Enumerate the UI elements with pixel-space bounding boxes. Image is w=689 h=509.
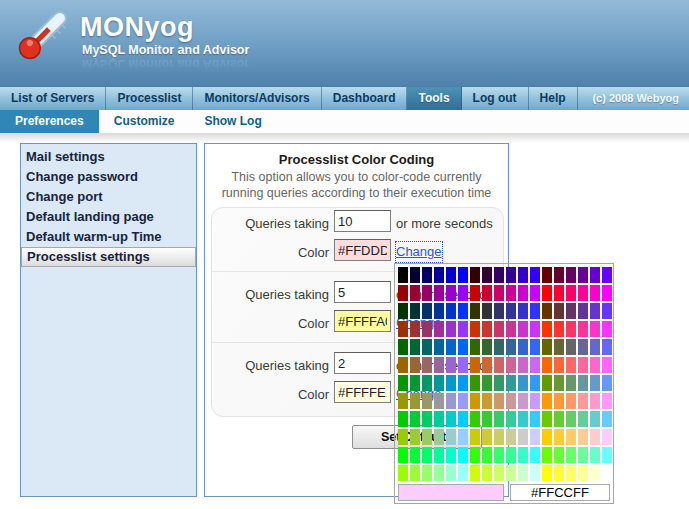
palette-color-swatch[interactable] [434, 375, 444, 391]
palette-color-swatch[interactable] [506, 375, 516, 391]
palette-color-swatch[interactable] [458, 429, 468, 445]
palette-color-swatch[interactable] [482, 267, 492, 283]
palette-color-swatch[interactable] [542, 375, 552, 391]
palette-color-swatch[interactable] [590, 303, 600, 319]
sidebar-item-change-password[interactable]: Change password [21, 167, 196, 187]
nav-tab-help[interactable]: Help [529, 87, 578, 110]
palette-color-swatch[interactable] [566, 357, 576, 373]
subnav-tab-preferences[interactable]: Preferences [0, 110, 99, 133]
nav-tab-dashboard[interactable]: Dashboard [322, 87, 408, 110]
nav-tab-processlist[interactable]: Processlist [106, 87, 193, 110]
palette-color-swatch[interactable] [554, 393, 564, 409]
palette-color-swatch[interactable] [398, 447, 408, 463]
palette-color-swatch[interactable] [602, 285, 612, 301]
palette-color-swatch[interactable] [530, 339, 540, 355]
seconds-threshold-input[interactable] [334, 281, 391, 303]
palette-color-swatch[interactable] [470, 285, 480, 301]
palette-color-swatch[interactable] [482, 375, 492, 391]
palette-color-swatch[interactable] [530, 357, 540, 373]
palette-color-swatch[interactable] [530, 321, 540, 337]
palette-color-swatch[interactable] [434, 267, 444, 283]
palette-color-swatch[interactable] [566, 393, 576, 409]
palette-color-swatch[interactable] [566, 465, 576, 481]
change-color-link[interactable]: Change [396, 242, 442, 262]
palette-color-swatch[interactable] [434, 429, 444, 445]
palette-color-swatch[interactable] [434, 303, 444, 319]
palette-color-swatch[interactable] [566, 321, 576, 337]
palette-color-swatch[interactable] [566, 285, 576, 301]
palette-color-swatch[interactable] [434, 339, 444, 355]
palette-color-swatch[interactable] [518, 303, 528, 319]
palette-color-swatch[interactable] [590, 321, 600, 337]
palette-color-swatch[interactable] [470, 339, 480, 355]
palette-color-swatch[interactable] [542, 303, 552, 319]
palette-color-swatch[interactable] [554, 357, 564, 373]
palette-color-swatch[interactable] [518, 321, 528, 337]
palette-color-swatch[interactable] [590, 267, 600, 283]
palette-color-swatch[interactable] [434, 285, 444, 301]
palette-color-swatch[interactable] [566, 447, 576, 463]
sidebar-item-processlist-settings[interactable]: Processlist settings [21, 247, 196, 267]
palette-color-swatch[interactable] [410, 429, 420, 445]
palette-color-swatch[interactable] [422, 411, 432, 427]
palette-color-swatch[interactable] [446, 357, 456, 373]
palette-color-swatch[interactable] [446, 267, 456, 283]
palette-color-swatch[interactable] [590, 393, 600, 409]
palette-color-swatch[interactable] [434, 393, 444, 409]
palette-color-swatch[interactable] [494, 303, 504, 319]
palette-color-swatch[interactable] [578, 447, 588, 463]
palette-color-swatch[interactable] [398, 285, 408, 301]
palette-color-swatch[interactable] [602, 339, 612, 355]
palette-color-swatch[interactable] [410, 375, 420, 391]
palette-color-swatch[interactable] [506, 429, 516, 445]
palette-color-swatch[interactable] [602, 429, 612, 445]
palette-color-swatch[interactable] [602, 357, 612, 373]
palette-color-swatch[interactable] [554, 285, 564, 301]
palette-color-swatch[interactable] [446, 411, 456, 427]
palette-color-swatch[interactable] [434, 321, 444, 337]
palette-color-swatch[interactable] [602, 375, 612, 391]
color-value-input[interactable] [334, 310, 391, 332]
palette-color-swatch[interactable] [494, 465, 504, 481]
palette-color-swatch[interactable] [530, 411, 540, 427]
palette-color-swatch[interactable] [482, 447, 492, 463]
palette-color-swatch[interactable] [494, 321, 504, 337]
palette-color-swatch[interactable] [578, 267, 588, 283]
seconds-threshold-input[interactable] [334, 352, 391, 374]
palette-color-swatch[interactable] [530, 267, 540, 283]
palette-color-swatch[interactable] [458, 285, 468, 301]
palette-color-swatch[interactable] [602, 447, 612, 463]
palette-color-swatch[interactable] [590, 375, 600, 391]
palette-color-swatch[interactable] [602, 465, 612, 481]
palette-color-swatch[interactable] [422, 393, 432, 409]
palette-color-swatch[interactable] [482, 393, 492, 409]
palette-color-swatch[interactable] [458, 267, 468, 283]
palette-color-swatch[interactable] [578, 357, 588, 373]
palette-color-swatch[interactable] [566, 375, 576, 391]
palette-color-swatch[interactable] [566, 303, 576, 319]
palette-color-swatch[interactable] [506, 411, 516, 427]
palette-color-swatch[interactable] [518, 447, 528, 463]
palette-color-swatch[interactable] [494, 357, 504, 373]
palette-color-swatch[interactable] [542, 321, 552, 337]
palette-color-swatch[interactable] [470, 303, 480, 319]
palette-color-swatch[interactable] [398, 429, 408, 445]
palette-color-swatch[interactable] [422, 465, 432, 481]
palette-color-swatch[interactable] [578, 321, 588, 337]
palette-color-swatch[interactable] [506, 393, 516, 409]
palette-color-swatch[interactable] [494, 339, 504, 355]
palette-color-swatch[interactable] [578, 411, 588, 427]
palette-color-swatch[interactable] [590, 465, 600, 481]
palette-color-swatch[interactable] [470, 321, 480, 337]
palette-color-swatch[interactable] [446, 321, 456, 337]
palette-color-swatch[interactable] [566, 411, 576, 427]
palette-color-swatch[interactable] [506, 321, 516, 337]
palette-color-swatch[interactable] [410, 357, 420, 373]
palette-color-swatch[interactable] [554, 411, 564, 427]
palette-color-swatch[interactable] [506, 339, 516, 355]
palette-color-swatch[interactable] [458, 375, 468, 391]
palette-color-swatch[interactable] [398, 357, 408, 373]
palette-color-swatch[interactable] [590, 285, 600, 301]
color-value-input[interactable] [334, 239, 391, 261]
palette-color-swatch[interactable] [506, 267, 516, 283]
